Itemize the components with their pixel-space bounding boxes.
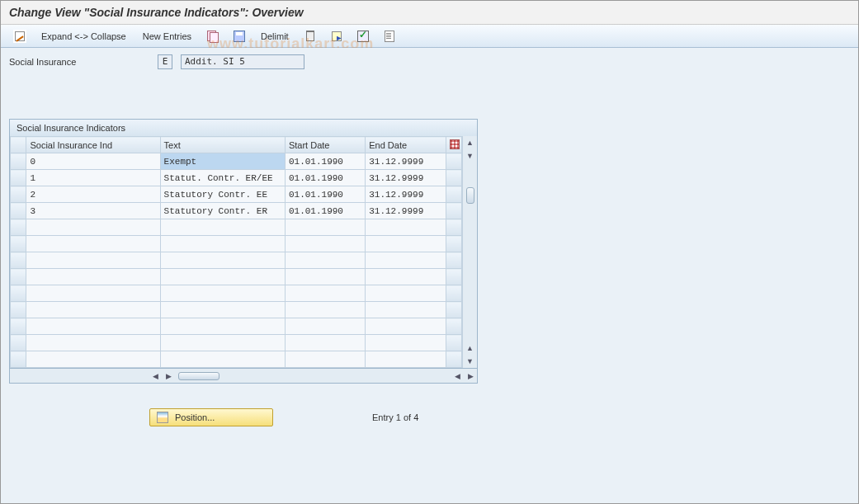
cell-start-date[interactable] — [285, 302, 365, 318]
scroll-up-button[interactable]: ▲ — [464, 136, 477, 149]
cell-start-date[interactable] — [285, 269, 365, 285]
position-button[interactable]: Position... — [149, 408, 273, 426]
cell-text[interactable] — [160, 318, 285, 335]
copy-button[interactable] — [202, 28, 224, 45]
cell-end-date[interactable] — [366, 302, 446, 318]
cell-end-date[interactable]: 31.12.9999 — [366, 203, 446, 219]
row-selector[interactable] — [11, 302, 26, 318]
expand-collapse-button[interactable]: Expand <-> Collapse — [35, 28, 132, 45]
row-selector[interactable] — [11, 170, 26, 186]
scroll-down-page-button[interactable]: ▼ — [464, 355, 477, 368]
cell-ind[interactable] — [26, 285, 160, 302]
cell-text[interactable]: Statutory Contr. EE — [160, 186, 285, 203]
row-selector[interactable] — [11, 203, 26, 219]
table-row[interactable]: 1Statut. Contr. ER/EE01.01.199031.12.999… — [11, 170, 462, 186]
cell-end-date[interactable]: 31.12.9999 — [366, 186, 446, 203]
cell-text[interactable] — [160, 302, 285, 318]
cell-end-date[interactable] — [366, 351, 446, 368]
hscroll-right-button[interactable]: ▶ — [162, 370, 175, 383]
scroll-thumb[interactable] — [466, 187, 474, 204]
cell-end-date[interactable] — [366, 335, 446, 351]
table-row-empty[interactable] — [11, 269, 462, 285]
table-row-empty[interactable] — [11, 318, 462, 335]
column-header-text[interactable]: Text — [160, 137, 285, 153]
hscroll-left-button[interactable]: ◀ — [149, 370, 162, 383]
cell-ind[interactable] — [26, 351, 160, 368]
cell-ind[interactable] — [26, 318, 160, 335]
column-header-ind[interactable]: Social Insurance Ind — [26, 137, 160, 153]
cell-start-date[interactable]: 01.01.1990 — [285, 170, 365, 186]
row-selector[interactable] — [11, 252, 26, 269]
cell-ind[interactable] — [26, 236, 160, 252]
column-select-all[interactable] — [11, 137, 26, 153]
cell-text[interactable] — [160, 335, 285, 351]
delimit-button[interactable]: Delimit — [255, 28, 295, 45]
row-selector[interactable] — [11, 318, 26, 335]
table-row-empty[interactable] — [11, 335, 462, 351]
column-config-button[interactable] — [446, 137, 462, 153]
delete-button[interactable] — [300, 28, 321, 45]
hscroll-thumb[interactable] — [178, 372, 219, 380]
row-selector[interactable] — [11, 269, 26, 285]
row-selector[interactable] — [11, 153, 26, 170]
save-button[interactable] — [229, 28, 250, 45]
cell-text[interactable] — [160, 252, 285, 269]
cell-start-date[interactable] — [285, 252, 365, 269]
cell-ind[interactable]: 3 — [26, 203, 160, 219]
cell-start-date[interactable]: 01.01.1990 — [285, 203, 365, 219]
hscroll-left-page-button[interactable]: ◀ — [451, 370, 464, 383]
hscroll-right-page-button[interactable]: ▶ — [464, 370, 477, 383]
cell-end-date[interactable] — [366, 236, 446, 252]
cell-start-date[interactable] — [285, 351, 365, 368]
toggle-display-change-button[interactable] — [9, 28, 31, 45]
row-selector[interactable] — [11, 351, 26, 368]
table-row[interactable]: 3Statutory Contr. ER01.01.199031.12.9999 — [11, 203, 462, 219]
vertical-scrollbar[interactable]: ▲ ▼ ▲ ▼ — [462, 136, 477, 368]
table-row-empty[interactable] — [11, 219, 462, 236]
cell-start-date[interactable] — [285, 318, 365, 335]
row-selector[interactable] — [11, 236, 26, 252]
table-row-empty[interactable] — [11, 236, 462, 252]
scroll-up-page-button[interactable]: ▲ — [464, 341, 477, 355]
cell-start-date[interactable] — [285, 285, 365, 302]
cell-text[interactable] — [160, 236, 285, 252]
print-button[interactable] — [379, 28, 400, 45]
deselect-all-button[interactable] — [352, 28, 374, 45]
cell-text[interactable]: Exempt — [160, 153, 285, 170]
social-insurance-desc-input[interactable]: Addit. SI 5 — [181, 54, 304, 69]
cell-text[interactable]: Statut. Contr. ER/EE — [160, 170, 285, 186]
cell-end-date[interactable]: 31.12.9999 — [366, 153, 446, 170]
cell-text[interactable] — [160, 285, 285, 302]
cell-end-date[interactable] — [366, 252, 446, 269]
new-entries-button[interactable]: New Entries — [137, 28, 197, 45]
cell-start-date[interactable] — [285, 219, 365, 236]
cell-start-date[interactable] — [285, 335, 365, 351]
cell-start-date[interactable]: 01.01.1990 — [285, 153, 365, 170]
row-selector[interactable] — [11, 186, 26, 203]
cell-ind[interactable]: 0 — [26, 153, 160, 170]
table-row-empty[interactable] — [11, 302, 462, 318]
cell-text[interactable] — [160, 351, 285, 368]
table-row-empty[interactable] — [11, 351, 462, 368]
cell-start-date[interactable] — [285, 236, 365, 252]
cell-text[interactable]: Statutory Contr. ER — [160, 203, 285, 219]
cell-text[interactable] — [160, 219, 285, 236]
cell-ind[interactable]: 2 — [26, 186, 160, 203]
cell-end-date[interactable] — [366, 285, 446, 302]
cell-end-date[interactable] — [366, 269, 446, 285]
horizontal-scrollbar[interactable]: ◀ ▶ ◀ ▶ — [9, 369, 478, 384]
cell-ind[interactable]: 1 — [26, 170, 160, 186]
cell-end-date[interactable] — [366, 219, 446, 236]
cell-ind[interactable] — [26, 335, 160, 351]
row-selector[interactable] — [11, 219, 26, 236]
cell-text[interactable] — [160, 269, 285, 285]
cell-end-date[interactable]: 31.12.9999 — [366, 170, 446, 186]
row-selector[interactable] — [11, 335, 26, 351]
table-row[interactable]: 2Statutory Contr. EE01.01.199031.12.9999 — [11, 186, 462, 203]
table-row-empty[interactable] — [11, 252, 462, 269]
column-header-end[interactable]: End Date — [366, 137, 446, 153]
cell-ind[interactable] — [26, 252, 160, 269]
cell-start-date[interactable]: 01.01.1990 — [285, 186, 365, 203]
cell-ind[interactable] — [26, 269, 160, 285]
row-selector[interactable] — [11, 285, 26, 302]
